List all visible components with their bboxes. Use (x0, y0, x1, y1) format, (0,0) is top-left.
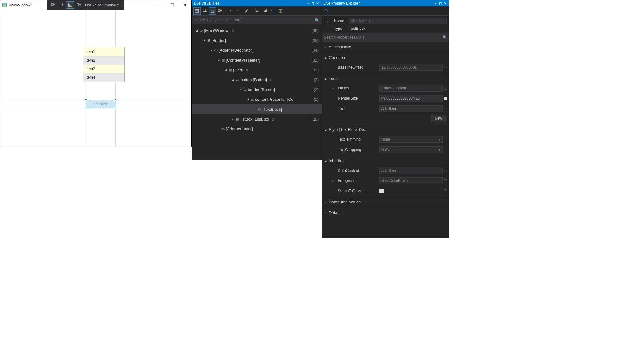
tree-node[interactable]: ◢▦[Grid]🗎(31) (192, 65, 322, 75)
expand-icon[interactable]: ◢ (246, 98, 250, 101)
minimize-button[interactable]: — (153, 0, 166, 10)
listbox[interactable]: Item1 Item2 Item3 Item4 (83, 47, 125, 82)
expand-icon[interactable]: ◢ (209, 49, 213, 52)
expand-icon[interactable]: ◢ (224, 68, 228, 71)
add-item-button[interactable]: Add Item (86, 100, 115, 108)
refresh-icon[interactable] (324, 8, 328, 14)
close-icon[interactable]: ✕ (443, 1, 448, 6)
tree-node[interactable]: ◢⊞[Border](35) (192, 36, 322, 45)
tree-node-label: listBox [ListBox] (240, 117, 269, 121)
tree-node[interactable]: ◢▭button [Button]🗎(3) (192, 75, 322, 85)
lpe-search[interactable]: Search Properties (Alt+`) 🔍 (322, 33, 449, 41)
collapse-all-icon[interactable] (254, 7, 261, 15)
tree-node[interactable]: ▹▤listBox [ListBox]🗎(26) (192, 114, 322, 124)
track-focus-icon[interactable] (216, 7, 224, 15)
select-element-icon[interactable] (201, 7, 208, 15)
expand-icon[interactable]: ◢ (195, 29, 198, 32)
prop-text: Text Add Item (322, 104, 449, 114)
selection-handle[interactable] (85, 99, 87, 101)
element-type-icon: ⊞ (206, 39, 211, 42)
section-accessibility[interactable]: ▹Accessibility (322, 42, 449, 52)
view-source-icon[interactable]: 🗎 (232, 29, 235, 32)
child-count: (2) (314, 87, 319, 92)
property-marker-icon[interactable] (444, 179, 447, 182)
tree-node[interactable]: ▢[TextBlock] (192, 104, 322, 114)
window-position-icon[interactable]: ▾ (433, 1, 438, 6)
element-type-icon: ▭ (235, 78, 240, 82)
panel-titlebar[interactable]: Live Visual Tree ▾ ⊓ ✕ (192, 0, 322, 6)
maximize-button[interactable]: ☐ (166, 0, 178, 10)
selection-handle[interactable] (115, 99, 116, 101)
section-coercion[interactable]: ◢Coercion (322, 53, 449, 62)
lvt-search[interactable]: Search Live Visual Tree (Alt+`) 🔍 (192, 16, 322, 24)
pin-icon[interactable]: ⊓ (311, 1, 315, 6)
svg-rect-3 (69, 4, 71, 6)
element-type-icon: ▢ (257, 107, 262, 111)
close-button[interactable]: ✕ (179, 0, 191, 10)
tree-node[interactable]: ◢▦contentPresenter [Co(1) (192, 95, 322, 104)
property-marker-icon[interactable] (444, 189, 447, 192)
property-marker-icon[interactable] (444, 138, 447, 141)
window-position-icon[interactable]: ▾ (306, 1, 311, 6)
svg-rect-17 (279, 9, 282, 12)
wrench-icon[interactable] (243, 7, 250, 15)
display-layout-adorners-icon[interactable] (209, 7, 216, 15)
property-marker-icon[interactable] (444, 97, 447, 100)
selection-handle[interactable] (115, 107, 116, 109)
svg-point-18 (280, 10, 281, 12)
property-marker-icon[interactable] (444, 66, 447, 69)
section-style[interactable]: ◢Style (TextBlock De... (322, 125, 449, 134)
list-item[interactable]: Item2 (83, 56, 124, 65)
toolbar-drag-handle[interactable] (81, 9, 91, 9)
search-icon[interactable]: 🔍 (315, 18, 319, 22)
section-default[interactable]: ▹Default (322, 208, 449, 217)
property-marker-icon[interactable] (444, 169, 447, 172)
selection-handle[interactable] (85, 107, 87, 109)
property-marker-icon[interactable] (444, 107, 447, 110)
tree-node[interactable]: <>[AdornerLayer] (192, 124, 322, 134)
view-source-icon[interactable]: 🗎 (245, 68, 249, 72)
pin-icon[interactable]: ⊓ (438, 1, 443, 6)
section-computed[interactable]: ▹Computed Values (322, 197, 449, 207)
property-marker-icon[interactable] (444, 148, 447, 151)
search-icon[interactable]: 🔍 (442, 35, 447, 39)
view-source-icon[interactable]: 🗎 (271, 117, 275, 121)
element-type-icon: ▦ (220, 58, 226, 62)
go-to-live-visual-tree-icon[interactable] (49, 1, 57, 9)
select-element-icon[interactable] (57, 1, 66, 9)
checkbox[interactable] (379, 189, 384, 194)
filter-icon[interactable] (277, 7, 284, 15)
show-in-app-toolbar-icon[interactable] (193, 7, 201, 15)
list-item[interactable]: Item1 (83, 47, 124, 56)
section-local[interactable]: ◢Local (322, 74, 449, 83)
expand-all-icon[interactable] (261, 7, 269, 15)
tree-node[interactable]: ◢⊞border [Border](2) (192, 85, 322, 94)
track-focus-icon[interactable] (74, 1, 83, 9)
tree-node[interactable]: ◢<>[MainWindow]🗎(36) (192, 26, 322, 36)
display-layout-adorners-icon[interactable] (66, 1, 74, 9)
tree-node[interactable]: ◢<>[AdornerDecorator](34) (192, 45, 322, 55)
new-button[interactable]: New (431, 115, 446, 122)
expand-icon[interactable]: ◢ (231, 78, 235, 81)
preview-selection-icon[interactable] (227, 7, 235, 15)
expand-icon[interactable]: ◢ (216, 58, 220, 61)
list-item[interactable]: Item3 (83, 65, 124, 73)
app-titlebar[interactable]: MainWindow Hot Reload available ‹ — ☐ (0, 0, 191, 10)
expand-icon[interactable]: ◢ (238, 88, 242, 91)
name-input[interactable] (349, 18, 447, 25)
panel-titlebar[interactable]: Live Property Explorer ▾ ⊓ ✕ (322, 0, 449, 6)
property-marker-icon[interactable] (444, 87, 447, 90)
refresh-icon[interactable] (269, 7, 277, 15)
expand-icon[interactable]: ◢ (202, 39, 206, 42)
list-item[interactable]: Item4 (83, 73, 124, 82)
child-count: (35) (312, 38, 319, 43)
view-source-icon[interactable]: 🗎 (269, 78, 272, 82)
tree-node[interactable]: ◢▦[ContentPresenter](32) (192, 55, 322, 65)
section-inherited[interactable]: ◢Inherited (322, 156, 449, 165)
expand-icon[interactable]: ▹ (231, 117, 235, 121)
hot-reload-available-link[interactable]: Hot Reload available (85, 3, 119, 7)
chevron-left-icon[interactable]: ‹ (122, 3, 123, 7)
close-icon[interactable]: ✕ (315, 1, 320, 6)
undo-icon[interactable] (235, 7, 243, 15)
visual-tree[interactable]: ◢<>[MainWindow]🗎(36)◢⊞[Border](35)◢<>[Ad… (192, 24, 322, 135)
